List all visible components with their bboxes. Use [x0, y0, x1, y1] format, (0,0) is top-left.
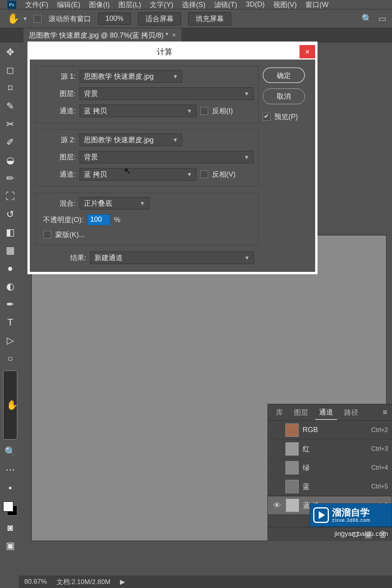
visibility-icon[interactable]: 👁	[272, 501, 282, 510]
stamp-tool[interactable]: ⛶	[3, 190, 17, 202]
document-tab[interactable]: 思图教学 快速磨皮.jpg @ 80.7%(蓝 拷贝/8) * ×	[24, 28, 181, 42]
quick-select-tool[interactable]: ✎	[3, 100, 17, 112]
channel-thumbnail	[285, 480, 299, 493]
lasso-tool[interactable]: ⌑	[3, 82, 17, 94]
source2-channel-label: 通道:	[40, 170, 76, 179]
tab-library[interactable]: 库	[272, 405, 287, 420]
channel-row[interactable]: RGBCtrl+2	[267, 421, 392, 440]
source2-label: 源 2:	[40, 135, 76, 145]
chevron-down-icon: ▼	[172, 137, 182, 143]
tab-paths[interactable]: 路径	[340, 405, 362, 420]
blur-tool[interactable]: ●	[3, 262, 17, 274]
source1-layer-select[interactable]: 背景▼	[80, 87, 254, 100]
menu-file[interactable]: 文件(F)	[25, 0, 48, 9]
source2-file-select[interactable]: 思图教学 快速磨皮.jpg▼	[80, 134, 182, 146]
source1-invert-checkbox[interactable]	[200, 107, 208, 115]
menu-filter[interactable]: 滤镜(T)	[214, 0, 237, 9]
preview-checkbox[interactable]	[263, 113, 270, 121]
play-icon	[313, 507, 329, 523]
blend-label: 混合:	[40, 199, 76, 208]
foreground-swatch[interactable]	[3, 501, 13, 512]
source1-file-select[interactable]: 思图教学 快速磨皮.jpg▼	[80, 70, 182, 83]
fill-screen-button[interactable]: 填充屏幕	[188, 12, 231, 25]
healing-tool[interactable]: ◒	[3, 154, 17, 166]
menu-view[interactable]: 视图(V)	[273, 0, 297, 9]
menu-3d[interactable]: 3D(D)	[246, 0, 265, 9]
screen-mode-icon[interactable]: ▣	[3, 540, 17, 552]
close-dialog-button[interactable]: ×	[299, 45, 315, 58]
source2-invert-checkbox[interactable]	[200, 170, 208, 178]
chevron-down-icon: ▼	[187, 171, 196, 177]
watermark-sub: zixue.3d66.com	[332, 518, 370, 523]
eyedropper-tool[interactable]: ✐	[3, 136, 17, 148]
channel-shortcut: Ctrl+5	[371, 483, 388, 490]
status-zoom[interactable]: 80.67%	[24, 578, 47, 586]
menu-edit[interactable]: 编辑(E)	[57, 0, 80, 9]
color-swatches[interactable]	[3, 501, 17, 516]
channel-thumbnail	[285, 442, 299, 456]
eraser-tool[interactable]: ◧	[3, 226, 17, 238]
chevron-down-icon: ▼	[172, 73, 182, 80]
zoom-100-button[interactable]: 100%	[98, 13, 131, 25]
zoom-tool[interactable]: 🔍	[3, 446, 17, 458]
tab-layers[interactable]: 图层	[290, 405, 312, 420]
dodge-tool[interactable]: ◐	[3, 280, 17, 292]
dialog-titlebar[interactable]: 计算 ×	[30, 44, 315, 60]
menu-image[interactable]: 图像(I)	[89, 0, 110, 9]
source2-channel-select[interactable]: 蓝 拷贝▼	[80, 168, 196, 181]
mask-checkbox[interactable]	[44, 231, 51, 239]
source2-file-value: 思图教学 快速磨皮.jpg	[84, 135, 154, 145]
tab-channels[interactable]: 通道	[315, 405, 337, 420]
menu-bar: Ps 文件(F) 编辑(E) 图像(I) 图层(L) 文字(Y) 选择(S) 滤…	[0, 0, 392, 9]
channel-row[interactable]: 红Ctrl+3	[267, 440, 392, 458]
more-tools[interactable]: ⋯	[3, 464, 17, 476]
channel-row[interactable]: 绿Ctrl+4	[267, 458, 392, 477]
menu-select[interactable]: 选择(S)	[182, 0, 205, 9]
channel-thumbnail	[286, 499, 299, 512]
cancel-button[interactable]: 取消	[263, 89, 305, 104]
panel-menu-icon[interactable]: ≡	[383, 408, 387, 417]
pen-tool[interactable]: ✒	[3, 299, 17, 310]
channel-name: 红	[303, 444, 367, 454]
search-icon[interactable]: 🔍	[361, 14, 372, 24]
tool-preset-dropdown[interactable]: ▾	[24, 15, 27, 22]
quick-mask-icon[interactable]: ◙	[3, 522, 17, 534]
gradient-tool[interactable]: ▦	[3, 244, 17, 256]
edit-toolbar[interactable]: ▪	[3, 482, 17, 494]
crop-tool[interactable]: ✂	[3, 118, 17, 130]
channel-row[interactable]: 蓝Ctrl+5	[267, 477, 392, 496]
status-doc[interactable]: 文档:2.10M/2.80M	[56, 577, 111, 586]
watermark-badge: 溜溜自学 zixue.3d66.com	[310, 503, 392, 527]
source1-channel-select[interactable]: 蓝 拷贝▼	[80, 105, 196, 117]
type-tool[interactable]: T	[3, 317, 17, 328]
source2-layer-select[interactable]: 背景▼	[80, 151, 254, 163]
shape-tool[interactable]: ○	[3, 353, 17, 364]
menu-type[interactable]: 文字(Y)	[150, 0, 173, 9]
fit-screen-button[interactable]: 适合屏幕	[138, 12, 181, 25]
source1-layer-label: 图层:	[40, 89, 76, 98]
scroll-all-checkbox[interactable]	[34, 15, 42, 23]
history-brush-tool[interactable]: ↺	[3, 208, 17, 220]
move-tool[interactable]: ✥	[3, 46, 17, 58]
channel-name: 蓝	[303, 482, 367, 491]
document-tab-title: 思图教学 快速磨皮.jpg @ 80.7%(蓝 拷贝/8) *	[29, 31, 168, 40]
status-arrow-icon[interactable]: ▶	[120, 578, 125, 586]
blend-mode-select[interactable]: 正片叠底▼	[80, 197, 149, 210]
workspace-icon[interactable]: ▭	[378, 14, 387, 24]
marquee-tool[interactable]: ◻	[3, 64, 17, 76]
source1-invert-label: 反相(I)	[212, 106, 233, 116]
brush-tool[interactable]: ✏	[3, 172, 17, 184]
tool-palette: ✥ ◻ ⌑ ✎ ✂ ✐ ◒ ✏ ⛶ ↺ ◧ ▦ ● ◐ ✒ T ▷ ○ ✋ 🔍 …	[0, 42, 20, 552]
chevron-down-icon: ▼	[140, 200, 149, 206]
channel-shortcut: Ctrl+3	[371, 445, 388, 452]
hand-tool[interactable]: ✋	[3, 371, 17, 440]
path-select-tool[interactable]: ▷	[3, 335, 17, 346]
ok-button[interactable]: 确定	[263, 67, 305, 83]
menu-window[interactable]: 窗口(W	[305, 0, 328, 9]
close-tab-icon[interactable]: ×	[172, 32, 176, 39]
menu-layer[interactable]: 图层(L)	[118, 0, 141, 9]
app-icon: Ps	[7, 0, 16, 9]
channel-thumbnail	[285, 461, 299, 474]
result-select[interactable]: 新建通道▼	[90, 251, 254, 264]
opacity-input[interactable]: 100	[87, 214, 110, 225]
